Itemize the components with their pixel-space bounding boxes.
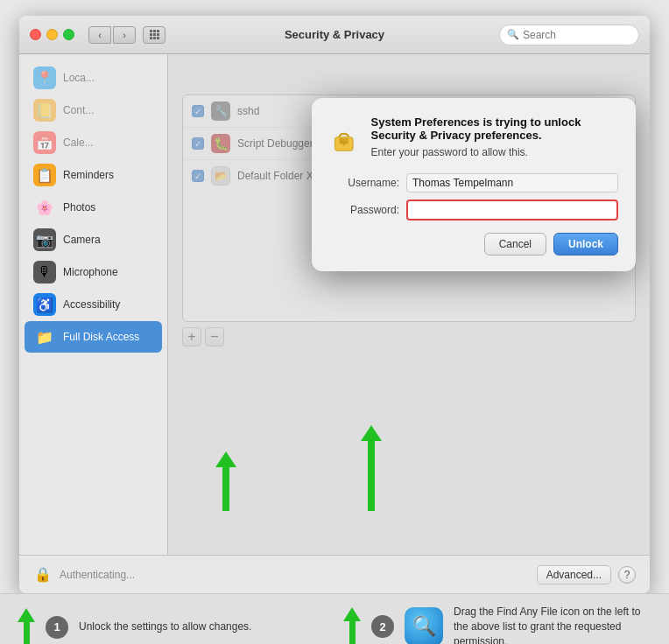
step1-text: Unlock the settings to allow changes. [79, 620, 251, 634]
sidebar-item-contacts[interactable]: 📒 Cont... [25, 94, 162, 126]
sidebar-item-photos[interactable]: 🌸 Photos [25, 192, 162, 223]
instruction-step1: 1 Unlock the settings to allow changes. [18, 608, 326, 645]
dialog-fields: Username: Thomas Tempelmann Password: [329, 173, 618, 220]
step2-arrow [343, 607, 361, 644]
sidebar-label-photos: Photos [63, 201, 95, 214]
sidebar-item-accessibility[interactable]: ♿ Accessibility [25, 289, 162, 320]
password-label: Password: [329, 204, 399, 216]
step2-arrowshaft [349, 621, 356, 644]
sidebar-item-reminders[interactable]: 📋 Reminders [25, 159, 162, 191]
sidebar-label-accessibility: Accessibility [63, 298, 120, 311]
minimize-button[interactable] [46, 29, 58, 40]
step1-arrow [18, 608, 35, 645]
sidebar-label-contacts: Cont... [63, 104, 94, 116]
calendar-icon: 📅 [33, 131, 56, 154]
sidebar-label-microphone: Microphone [63, 266, 118, 278]
search-icon: 🔍 [507, 29, 519, 40]
dialog-header: System Preferences is trying to unlock S… [329, 116, 618, 161]
step2-arrowhead [343, 607, 361, 621]
reminders-icon: 📋 [33, 164, 56, 186]
dialog-title: System Preferences is trying to unlock S… [371, 116, 619, 142]
location-icon: 📍 [33, 66, 56, 89]
sidebar-label-camera: Camera [63, 234, 101, 246]
dialog-buttons: Cancel Unlock [329, 233, 618, 256]
bottom-bar: 🔒 Authenticating... Advanced... ? [19, 555, 650, 593]
auth-dialog: System Preferences is trying to unlock S… [312, 98, 636, 271]
main-panel: 🔧 sshd 🐛 Script Debugger.app 📂 Default F… [168, 54, 650, 555]
step2-number: 2 [371, 615, 394, 638]
sidebar-item-disk[interactable]: 📁 Full Disk Access [25, 321, 162, 353]
arrow-head-lock [215, 452, 236, 467]
grid-icon [150, 30, 159, 39]
instruction-step2: 2 🔍 Drag the Find Any File icon on the l… [343, 605, 651, 644]
auth-status-text: Authenticating... [60, 569, 135, 581]
sidebar-item-calendar[interactable]: 📅 Cale... [25, 127, 162, 158]
username-value: Thomas Tempelmann [406, 173, 618, 192]
dialog-subtitle: Enter your password to allow this. [371, 146, 619, 158]
sidebar-label-reminders: Reminders [63, 169, 114, 181]
password-input[interactable] [406, 200, 618, 220]
username-row: Username: Thomas Tempelmann [329, 173, 618, 192]
titlebar: ‹ › Security & Privacy 🔍 [19, 16, 650, 54]
microphone-icon: 🎙 [33, 261, 56, 284]
photos-icon: 🌸 [33, 196, 56, 219]
contacts-icon: 📒 [33, 99, 56, 122]
step1-arrowshaft [24, 622, 30, 645]
disk-icon: 📁 [33, 326, 56, 348]
sidebar-item-location[interactable]: 📍 Loca... [25, 62, 162, 94]
step2-text: Drag the Find Any File icon on the left … [454, 605, 651, 644]
lock-icon-small: 🔒 [33, 565, 53, 584]
traffic-lights [30, 29, 74, 40]
sidebar: 📍 Loca... 📒 Cont... 📅 Cale... 📋 Reminder… [19, 54, 168, 555]
sidebar-label-disk: Full Disk Access [63, 331, 139, 343]
advanced-button[interactable]: Advanced... [537, 565, 611, 584]
nav-buttons: ‹ › [88, 26, 136, 44]
step1-number: 1 [46, 616, 68, 639]
sidebar-item-microphone[interactable]: 🎙 Microphone [25, 256, 162, 288]
back-button[interactable]: ‹ [88, 26, 111, 44]
sidebar-item-camera[interactable]: 📷 Camera [25, 224, 162, 256]
window-title: Security & Privacy [285, 28, 384, 41]
step1-arrowhead [18, 608, 35, 622]
lock-icon-dialog [329, 116, 359, 161]
forward-button[interactable]: › [113, 26, 136, 44]
arrow-shaft-list [368, 441, 375, 511]
unlock-button[interactable]: Unlock [553, 233, 618, 256]
help-button[interactable]: ? [618, 566, 636, 584]
main-window: ‹ › Security & Privacy 🔍 📍 Loca... 📒 [19, 16, 650, 593]
search-input[interactable] [523, 29, 631, 41]
svg-rect-3 [343, 143, 345, 145]
instruction-bar: 1 Unlock the settings to allow changes. … [0, 593, 669, 644]
dialog-text-area: System Preferences is trying to unlock S… [371, 116, 619, 158]
accessibility-icon: ♿ [33, 293, 56, 316]
search-box[interactable]: 🔍 [499, 24, 639, 46]
arrow-shaft-lock [222, 467, 229, 511]
grid-button[interactable] [143, 26, 165, 44]
cancel-button[interactable]: Cancel [484, 233, 546, 256]
find-any-file-icon: 🔍 [405, 607, 443, 644]
password-row: Password: [329, 200, 618, 220]
close-button[interactable] [30, 29, 41, 40]
sidebar-label-location: Loca... [63, 72, 95, 84]
content-area: 📍 Loca... 📒 Cont... 📅 Cale... 📋 Reminder… [19, 54, 650, 555]
arrow-head-list [361, 425, 382, 441]
maximize-button[interactable] [63, 29, 74, 40]
arrow-to-lock [215, 452, 236, 511]
sidebar-label-calendar: Cale... [63, 136, 94, 149]
camera-icon: 📷 [33, 228, 56, 251]
arrow-to-list [361, 425, 382, 511]
username-label: Username: [329, 177, 399, 189]
